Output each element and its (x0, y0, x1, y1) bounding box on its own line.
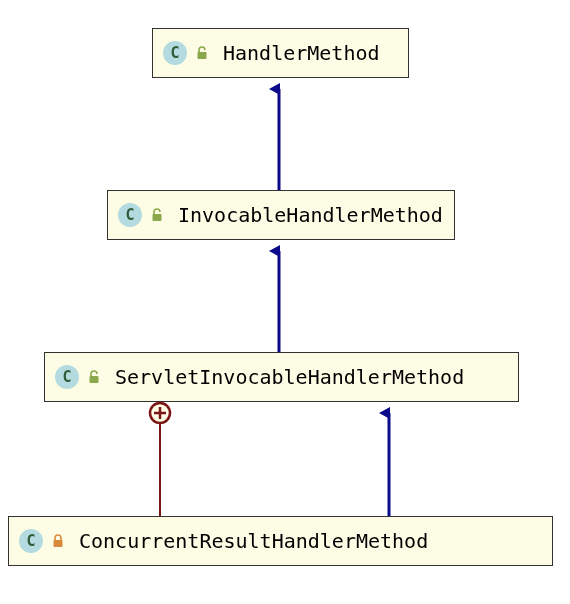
class-name-label: ServletInvocableHandlerMethod (115, 365, 464, 389)
class-name-label: HandlerMethod (223, 41, 380, 65)
svg-rect-3 (198, 52, 207, 59)
diagram-canvas: C HandlerMethod C InvocableHandlerMethod… (0, 0, 570, 604)
svg-rect-5 (90, 376, 99, 383)
class-name-label: InvocableHandlerMethod (178, 203, 443, 227)
visibility-private-icon (51, 534, 65, 548)
class-node-servlet-invocable-handler-method: C ServletInvocableHandlerMethod (44, 352, 519, 402)
class-node-concurrent-result-handler-method: C ConcurrentResultHandlerMethod (8, 516, 553, 566)
class-icon: C (55, 365, 79, 389)
svg-rect-6 (54, 540, 63, 547)
class-node-invocable-handler-method: C InvocableHandlerMethod (107, 190, 455, 240)
svg-rect-4 (153, 214, 162, 221)
visibility-public-icon (150, 208, 164, 222)
edges-layer (0, 0, 570, 604)
class-node-handler-method: C HandlerMethod (152, 28, 409, 78)
class-icon: C (118, 203, 142, 227)
visibility-public-icon (87, 370, 101, 384)
class-name-label: ConcurrentResultHandlerMethod (79, 529, 428, 553)
inner-class-endpoint-icon (150, 403, 170, 423)
class-icon: C (163, 41, 187, 65)
class-icon: C (19, 529, 43, 553)
visibility-public-icon (195, 46, 209, 60)
